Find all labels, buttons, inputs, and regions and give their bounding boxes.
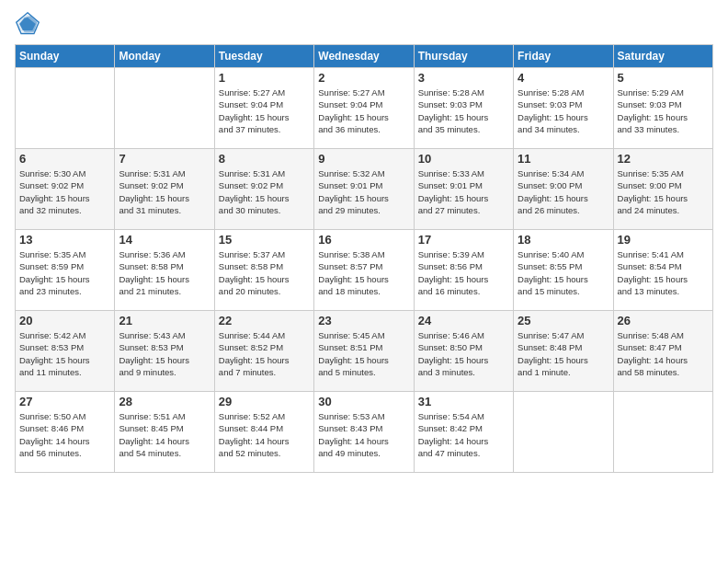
day-info: Sunrise: 5:51 AMSunset: 8:45 PMDaylight:… <box>119 410 210 459</box>
day-number: 12 <box>618 152 709 166</box>
calendar-cell <box>514 392 613 473</box>
day-number: 23 <box>318 314 409 327</box>
day-info: Sunrise: 5:31 AMSunset: 9:02 PMDaylight:… <box>219 167 310 216</box>
calendar-cell: 1Sunrise: 5:27 AMSunset: 9:04 PMDaylight… <box>214 68 313 149</box>
calendar-cell: 19Sunrise: 5:41 AMSunset: 8:54 PMDayligh… <box>613 230 712 311</box>
day-number: 28 <box>119 395 210 408</box>
day-number: 2 <box>318 71 409 85</box>
weekday-header: Friday <box>514 45 613 68</box>
day-number: 3 <box>418 71 509 85</box>
day-info: Sunrise: 5:33 AMSunset: 9:01 PMDaylight:… <box>418 167 509 216</box>
calendar-cell <box>613 392 712 473</box>
day-number: 10 <box>418 152 509 166</box>
calendar-cell: 2Sunrise: 5:27 AMSunset: 9:04 PMDaylight… <box>314 68 414 149</box>
day-info: Sunrise: 5:40 AMSunset: 8:55 PMDaylight:… <box>518 248 609 297</box>
day-info: Sunrise: 5:46 AMSunset: 8:50 PMDaylight:… <box>418 329 509 378</box>
calendar: SundayMondayTuesdayWednesdayThursdayFrid… <box>15 44 713 473</box>
calendar-cell: 31Sunrise: 5:54 AMSunset: 8:42 PMDayligh… <box>414 392 513 473</box>
day-info: Sunrise: 5:43 AMSunset: 8:53 PMDaylight:… <box>119 329 210 378</box>
day-info: Sunrise: 5:32 AMSunset: 9:01 PMDaylight:… <box>318 167 409 216</box>
calendar-cell: 29Sunrise: 5:52 AMSunset: 8:44 PMDayligh… <box>214 392 313 473</box>
logo-icon <box>15 11 40 37</box>
day-info: Sunrise: 5:35 AMSunset: 8:59 PMDaylight:… <box>19 248 110 297</box>
day-number: 17 <box>418 233 509 247</box>
calendar-cell: 15Sunrise: 5:37 AMSunset: 8:58 PMDayligh… <box>214 230 313 311</box>
calendar-cell: 11Sunrise: 5:34 AMSunset: 9:00 PMDayligh… <box>514 149 613 230</box>
day-info: Sunrise: 5:34 AMSunset: 9:00 PMDaylight:… <box>518 167 609 216</box>
day-number: 24 <box>418 314 509 327</box>
day-number: 29 <box>219 395 310 408</box>
day-info: Sunrise: 5:31 AMSunset: 9:02 PMDaylight:… <box>119 167 210 216</box>
header <box>15 11 713 37</box>
calendar-cell: 17Sunrise: 5:39 AMSunset: 8:56 PMDayligh… <box>414 230 513 311</box>
day-number: 4 <box>518 71 609 85</box>
calendar-cell: 9Sunrise: 5:32 AMSunset: 9:01 PMDaylight… <box>314 149 414 230</box>
day-info: Sunrise: 5:37 AMSunset: 8:58 PMDaylight:… <box>219 248 310 297</box>
day-info: Sunrise: 5:45 AMSunset: 8:51 PMDaylight:… <box>318 329 409 378</box>
calendar-cell <box>115 68 214 149</box>
calendar-cell: 16Sunrise: 5:38 AMSunset: 8:57 PMDayligh… <box>314 230 414 311</box>
weekday-header: Wednesday <box>314 45 414 68</box>
calendar-cell: 18Sunrise: 5:40 AMSunset: 8:55 PMDayligh… <box>514 230 613 311</box>
day-number: 31 <box>418 395 509 408</box>
day-info: Sunrise: 5:27 AMSunset: 9:04 PMDaylight:… <box>318 86 409 135</box>
calendar-cell: 27Sunrise: 5:50 AMSunset: 8:46 PMDayligh… <box>16 392 115 473</box>
calendar-cell: 24Sunrise: 5:46 AMSunset: 8:50 PMDayligh… <box>414 311 513 392</box>
calendar-cell: 7Sunrise: 5:31 AMSunset: 9:02 PMDaylight… <box>115 149 214 230</box>
day-info: Sunrise: 5:50 AMSunset: 8:46 PMDaylight:… <box>19 410 110 459</box>
day-number: 5 <box>618 71 709 85</box>
calendar-cell: 13Sunrise: 5:35 AMSunset: 8:59 PMDayligh… <box>16 230 115 311</box>
weekday-header: Tuesday <box>214 45 313 68</box>
calendar-cell: 3Sunrise: 5:28 AMSunset: 9:03 PMDaylight… <box>414 68 513 149</box>
logo <box>15 11 44 37</box>
day-number: 18 <box>518 233 609 247</box>
day-number: 8 <box>219 152 310 166</box>
day-number: 20 <box>19 314 110 327</box>
calendar-cell: 4Sunrise: 5:28 AMSunset: 9:03 PMDaylight… <box>514 68 613 149</box>
weekday-header: Sunday <box>16 45 115 68</box>
weekday-header: Saturday <box>613 45 712 68</box>
calendar-cell: 6Sunrise: 5:30 AMSunset: 9:02 PMDaylight… <box>16 149 115 230</box>
day-number: 9 <box>318 152 409 166</box>
calendar-cell: 26Sunrise: 5:48 AMSunset: 8:47 PMDayligh… <box>613 311 712 392</box>
day-info: Sunrise: 5:41 AMSunset: 8:54 PMDaylight:… <box>618 248 709 297</box>
day-number: 22 <box>219 314 310 327</box>
day-number: 13 <box>19 233 110 247</box>
calendar-cell: 25Sunrise: 5:47 AMSunset: 8:48 PMDayligh… <box>514 311 613 392</box>
day-number: 25 <box>518 314 609 327</box>
day-info: Sunrise: 5:27 AMSunset: 9:04 PMDaylight:… <box>219 86 310 135</box>
day-info: Sunrise: 5:48 AMSunset: 8:47 PMDaylight:… <box>618 329 709 378</box>
day-info: Sunrise: 5:35 AMSunset: 9:00 PMDaylight:… <box>618 167 709 216</box>
day-number: 7 <box>119 152 210 166</box>
day-number: 21 <box>119 314 210 327</box>
calendar-cell: 23Sunrise: 5:45 AMSunset: 8:51 PMDayligh… <box>314 311 414 392</box>
calendar-cell: 10Sunrise: 5:33 AMSunset: 9:01 PMDayligh… <box>414 149 513 230</box>
day-info: Sunrise: 5:53 AMSunset: 8:43 PMDaylight:… <box>318 410 409 459</box>
day-number: 11 <box>518 152 609 166</box>
weekday-header: Thursday <box>414 45 513 68</box>
day-info: Sunrise: 5:30 AMSunset: 9:02 PMDaylight:… <box>19 167 110 216</box>
day-number: 1 <box>219 71 310 85</box>
day-info: Sunrise: 5:42 AMSunset: 8:53 PMDaylight:… <box>19 329 110 378</box>
day-number: 14 <box>119 233 210 247</box>
page: SundayMondayTuesdayWednesdayThursdayFrid… <box>0 0 728 563</box>
calendar-cell: 30Sunrise: 5:53 AMSunset: 8:43 PMDayligh… <box>314 392 414 473</box>
day-number: 15 <box>219 233 310 247</box>
day-info: Sunrise: 5:44 AMSunset: 8:52 PMDaylight:… <box>219 329 310 378</box>
calendar-cell: 8Sunrise: 5:31 AMSunset: 9:02 PMDaylight… <box>214 149 313 230</box>
day-info: Sunrise: 5:39 AMSunset: 8:56 PMDaylight:… <box>418 248 509 297</box>
day-number: 27 <box>19 395 110 408</box>
day-number: 6 <box>19 152 110 166</box>
day-number: 19 <box>618 233 709 247</box>
day-info: Sunrise: 5:52 AMSunset: 8:44 PMDaylight:… <box>219 410 310 459</box>
day-info: Sunrise: 5:28 AMSunset: 9:03 PMDaylight:… <box>518 86 609 135</box>
day-info: Sunrise: 5:28 AMSunset: 9:03 PMDaylight:… <box>418 86 509 135</box>
calendar-cell: 5Sunrise: 5:29 AMSunset: 9:03 PMDaylight… <box>613 68 712 149</box>
calendar-cell: 28Sunrise: 5:51 AMSunset: 8:45 PMDayligh… <box>115 392 214 473</box>
calendar-cell <box>16 68 115 149</box>
calendar-cell: 21Sunrise: 5:43 AMSunset: 8:53 PMDayligh… <box>115 311 214 392</box>
day-info: Sunrise: 5:38 AMSunset: 8:57 PMDaylight:… <box>318 248 409 297</box>
calendar-cell: 20Sunrise: 5:42 AMSunset: 8:53 PMDayligh… <box>16 311 115 392</box>
weekday-header: Monday <box>115 45 214 68</box>
calendar-cell: 12Sunrise: 5:35 AMSunset: 9:00 PMDayligh… <box>613 149 712 230</box>
